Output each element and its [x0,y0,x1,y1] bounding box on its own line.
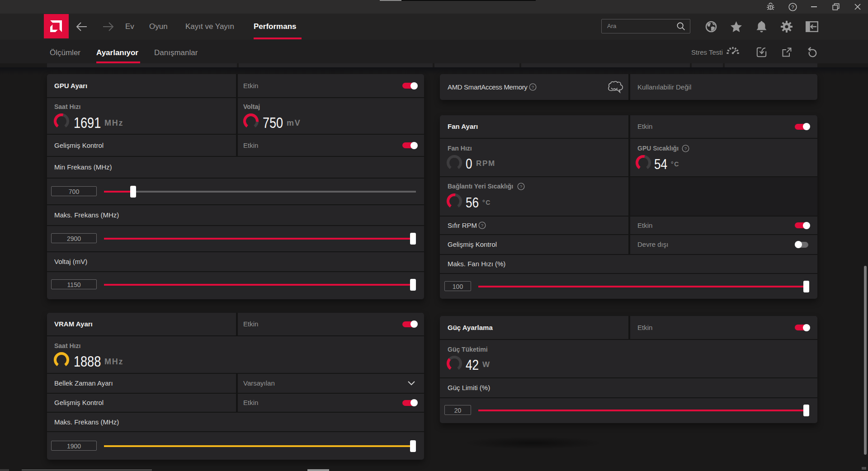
svg-text:?: ? [519,184,522,189]
svg-text:?: ? [481,223,483,228]
svg-text:?: ? [684,146,687,151]
svg-text:?: ? [531,85,534,89]
svg-text:?: ? [791,5,794,10]
